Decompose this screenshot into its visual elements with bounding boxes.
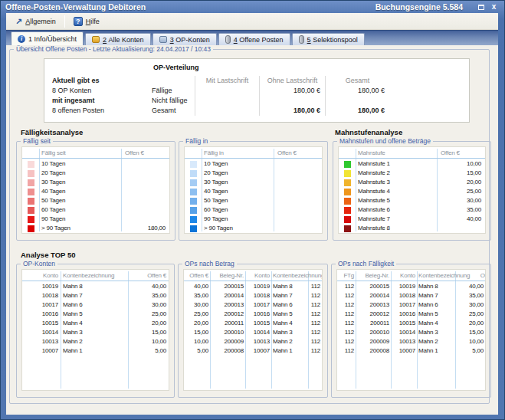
table-cell: 10,00 <box>184 337 210 346</box>
table-cell: 180,00 <box>122 224 169 233</box>
table-row[interactable]: 10014Mahn 315,00 <box>22 328 169 337</box>
table-row[interactable]: 35,0020001410018Mahn 7112 <box>184 291 322 300</box>
table-cell: 10,00 <box>129 337 169 346</box>
table-cell: 15,00 <box>184 328 210 337</box>
column-header: Kontenbezeichnung <box>61 270 129 281</box>
table-cell: Mahn 3 <box>61 328 129 337</box>
legend-swatch <box>28 161 34 168</box>
table-cell: 25,00 <box>129 310 169 319</box>
help-button[interactable]: ? Hilfe <box>67 15 106 28</box>
table-row[interactable]: 11220000910013Mahn 210,00 <box>337 337 485 346</box>
dist-left-line: 8 OP Konten <box>52 86 152 96</box>
table-cell <box>185 215 202 224</box>
table-cell: 10,00 <box>438 159 485 169</box>
section-heading-faelligkeitsanalyse: Fälligkeitsanalyse <box>21 128 83 136</box>
table-cell: 200010 <box>356 328 391 337</box>
table-cell: 25,00 <box>456 310 485 319</box>
table-row[interactable]: 25,0020001210016Mahn 5112 <box>184 310 322 319</box>
tab-offene-posten[interactable]: 4 Offene Posten <box>218 33 290 45</box>
tab-op-konten[interactable]: 3 OP-Konten <box>152 33 217 45</box>
table-row: Mahnstufe 215,00 <box>339 169 485 178</box>
table-row[interactable]: 11220001510019Mahn 840,00 <box>337 282 485 291</box>
table-header-row: MahnstufeOffen € <box>339 147 485 159</box>
legend-swatch <box>344 225 351 232</box>
tab-info-uebersicht[interactable]: i 1 Info/Übersicht <box>11 31 84 45</box>
table-cell: 10018 <box>391 291 417 300</box>
table-cell: 10015 <box>391 319 417 328</box>
tab-alle-konten[interactable]: 2 Alle Konten <box>85 33 151 45</box>
table-row[interactable]: 15,0020001010014Mahn 3112 <box>184 328 322 337</box>
table-row[interactable]: 10013Mahn 210,00 <box>22 337 169 346</box>
table-cell: Mahn 4 <box>417 319 456 328</box>
table-row: 30 Tagen <box>22 178 169 187</box>
table-cell: Mahn 1 <box>417 346 456 356</box>
column-header: Offen € <box>274 147 322 158</box>
legend-swatch <box>344 161 351 168</box>
table-cell <box>122 205 169 215</box>
table-header-row: Fällig seitOffen € <box>22 147 169 159</box>
dist-spacer <box>389 86 464 96</box>
table-row[interactable]: 10007Mahn 15,00 <box>22 346 169 356</box>
legend-swatch <box>28 225 34 232</box>
faellig-seit-caption: Fällig seit <box>21 137 53 145</box>
engine-version-label: Buchungsengine 5.584 <box>375 2 463 11</box>
table-row[interactable]: 11220001410018Mahn 735,00 <box>337 291 485 300</box>
table-cell <box>185 205 202 215</box>
table-row[interactable]: 11220000810007Mahn 15,00 <box>337 346 485 356</box>
table-row[interactable]: 10016Mahn 525,00 <box>22 310 169 319</box>
table-cell: 10013 <box>22 337 61 346</box>
general-menu-button[interactable]: ↗ Allgemein <box>9 15 62 28</box>
table-row[interactable]: 11220001110015Mahn 420,00 <box>337 319 485 328</box>
dist-left-line: 8 offenen Posten <box>52 106 152 116</box>
ops-nach-faelligkeit-groupbox: OPs nach Fälligkeit FTgBeleg-Nr.KontoKon… <box>331 264 491 398</box>
table-cell: 112 <box>337 300 356 310</box>
accounts-icon <box>92 36 100 43</box>
table-row[interactable]: 10015Mahn 420,00 <box>22 319 169 328</box>
restore-button[interactable] <box>475 2 487 12</box>
table-row[interactable]: 10,0020000910013Mahn 2112 <box>184 337 322 346</box>
table-cell <box>122 187 169 196</box>
table-cell: 200009 <box>210 337 245 346</box>
selection-pool-icon <box>299 35 304 44</box>
table-cell <box>274 224 322 233</box>
table-cell: 200009 <box>356 337 391 346</box>
table-row[interactable]: 10018Mahn 735,00 <box>22 291 169 300</box>
table-row[interactable]: 11220001210016Mahn 525,00 <box>337 310 485 319</box>
table-row[interactable]: 10017Mahn 630,00 <box>22 300 169 310</box>
table-cell <box>22 205 39 215</box>
table-cell: 10007 <box>245 346 271 356</box>
table-cell: 10,00 <box>456 337 485 346</box>
table-cell <box>339 224 356 233</box>
table-cell <box>274 169 322 178</box>
legend-swatch <box>190 179 197 186</box>
legend-swatch <box>28 189 34 195</box>
dist-value <box>195 106 259 116</box>
table-cell: 10015 <box>22 319 61 328</box>
op-konten-caption: OP-Konten <box>21 260 57 267</box>
table-cell: 35,00 <box>438 205 485 215</box>
table-cell: 200013 <box>210 300 245 310</box>
table-cell: 20 Tagen <box>39 169 122 178</box>
table-cell: 10019 <box>391 282 417 291</box>
table-cell: 112 <box>309 337 322 346</box>
table-cell <box>122 196 169 205</box>
table-cell <box>339 215 356 224</box>
table-row[interactable]: 11220001310017Mahn 630,00 <box>337 300 485 310</box>
close-button[interactable]: x <box>488 2 500 12</box>
table-row[interactable]: 20,0020001110015Mahn 4112 <box>184 319 322 328</box>
table-row[interactable]: 30,0020001310017Mahn 6112 <box>184 300 322 310</box>
table-row[interactable]: 11220001010014Mahn 315,00 <box>337 328 485 337</box>
legend-swatch <box>28 216 34 223</box>
window-title: Offene-Posten-Verwaltung Debitoren <box>5 2 146 11</box>
dist-value: 180,00 € <box>259 106 325 116</box>
table-row[interactable]: 10019Mahn 840,00 <box>22 282 169 291</box>
table-cell <box>122 159 169 169</box>
tab-selektionspool[interactable]: 5 Selektionspool <box>292 33 365 45</box>
dist-value: 180,00 € <box>259 86 325 96</box>
table-cell <box>339 196 356 205</box>
table-cell: 10017 <box>22 300 61 310</box>
table-row[interactable]: 40,0020001510019Mahn 8112 <box>184 282 322 291</box>
table-row[interactable]: 5,0020000810007Mahn 1112 <box>184 346 322 356</box>
titlebar[interactable]: Offene-Posten-Verwaltung Debitoren Buchu… <box>1 1 504 13</box>
dist-value <box>195 86 259 96</box>
